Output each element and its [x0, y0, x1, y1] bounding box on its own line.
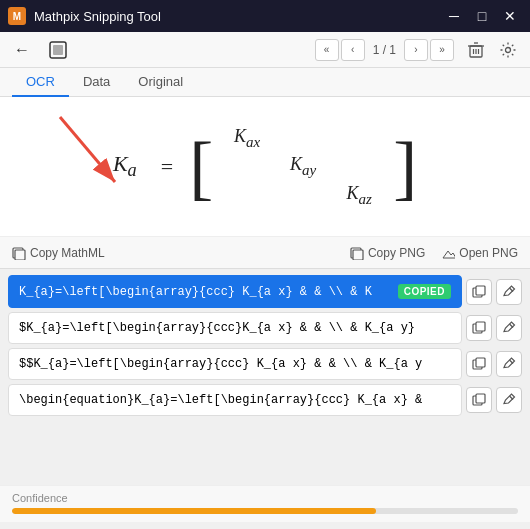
bracket-right: ]	[393, 131, 417, 203]
result-item-4[interactable]: \begin{equation}K_{a}=\left[\begin{array…	[8, 384, 462, 416]
result-row-1: K_{a}=\left[\begin{array}{ccc} K_{a x} &…	[8, 275, 522, 308]
svg-rect-25	[476, 394, 485, 403]
toolbar-right	[462, 36, 522, 64]
result-item-2[interactable]: $K_{a}=\left[\begin{array}{ccc}K_{a x} &…	[8, 312, 462, 344]
edit-icon-4	[502, 393, 516, 407]
cell-0-2	[341, 126, 377, 151]
result-row-3: $$K_{a}=\left[\begin{array}{ccc} K_{a x}…	[8, 348, 522, 380]
copy-icon-3	[472, 357, 486, 371]
confidence-bar-fill	[12, 508, 376, 514]
cell-1-1: Kay	[285, 154, 321, 179]
matrix-cells: Kax Kay Kaz	[217, 122, 389, 212]
ka-label: Ka	[113, 151, 137, 181]
result-item-1[interactable]: K_{a}=\left[\begin{array}{ccc} K_{a x} &…	[8, 275, 462, 308]
result-text-1: K_{a}=\left[\begin{array}{ccc} K_{a x} &…	[19, 285, 392, 299]
cell-2-0	[229, 183, 265, 208]
title-bar: M Mathpix Snipping Tool ─ □ ✕	[0, 0, 530, 32]
svg-rect-1	[53, 45, 63, 55]
settings-button[interactable]	[494, 36, 522, 64]
open-png-link[interactable]: Open PNG	[441, 246, 518, 260]
copy-icon-1	[472, 285, 486, 299]
maximize-button[interactable]: □	[470, 6, 494, 26]
result-text-4: \begin{equation}K_{a}=\left[\begin{array…	[19, 393, 451, 407]
action-right: Copy PNG Open PNG	[350, 246, 518, 260]
copy-mathml-link[interactable]: Copy MathML	[12, 246, 105, 260]
copy-icon-4	[472, 393, 486, 407]
edit-button-1[interactable]	[496, 279, 522, 305]
cell-2-1	[285, 183, 321, 208]
nav-first-button[interactable]: «	[315, 39, 339, 61]
results-list: K_{a}=\left[\begin{array}{ccc} K_{a x} &…	[0, 269, 530, 485]
edit-button-3[interactable]	[496, 351, 522, 377]
copy-button-1[interactable]	[466, 279, 492, 305]
copy-icon-2	[472, 321, 486, 335]
svg-rect-14	[353, 250, 363, 260]
svg-rect-19	[476, 322, 485, 331]
svg-line-23	[510, 360, 514, 364]
confidence-bar-bg	[12, 508, 518, 514]
copied-badge-1: COPIED	[398, 284, 451, 299]
copy-button-2[interactable]	[466, 315, 492, 341]
cell-1-2	[341, 154, 377, 179]
svg-line-10	[60, 117, 115, 182]
copy-button-3[interactable]	[466, 351, 492, 377]
svg-line-26	[510, 396, 514, 400]
svg-rect-12	[15, 250, 25, 260]
cell-2-2: Kaz	[341, 183, 377, 208]
window-controls: ─ □ ✕	[442, 6, 522, 26]
svg-line-17	[510, 288, 514, 292]
nav-group: « ‹ 1 / 1 › »	[315, 39, 454, 61]
svg-rect-16	[476, 286, 485, 295]
result-row-4: \begin{equation}K_{a}=\left[\begin{array…	[8, 384, 522, 416]
back-button[interactable]: ←	[8, 36, 36, 64]
result-text-3: $$K_{a}=\left[\begin{array}{ccc} K_{a x}…	[19, 357, 451, 371]
confidence-area: Confidence	[0, 485, 530, 522]
action-bar: Copy MathML Copy PNG Open PNG	[0, 237, 530, 269]
mathml-icon	[12, 246, 26, 260]
edit-button-4[interactable]	[496, 387, 522, 413]
equals-sign: =	[161, 154, 173, 180]
svg-point-8	[506, 47, 511, 52]
matrix-container: Ka = [ Kax Kay Kaz ]	[113, 122, 417, 212]
result-item-3[interactable]: $$K_{a}=\left[\begin{array}{ccc} K_{a x}…	[8, 348, 462, 380]
result-row-2: $K_{a}=\left[\begin{array}{ccc}K_{a x} &…	[8, 312, 522, 344]
nav-next-button[interactable]: ›	[404, 39, 428, 61]
main-content: Ka = [ Kax Kay Kaz ] Copy	[0, 97, 530, 522]
nav-prev-button[interactable]: ‹	[341, 39, 365, 61]
delete-button[interactable]	[462, 36, 490, 64]
app-title: Mathpix Snipping Tool	[34, 9, 434, 24]
copy-button-4[interactable]	[466, 387, 492, 413]
svg-line-20	[510, 324, 514, 328]
tabs: OCR Data Original	[0, 68, 530, 97]
result-text-2: $K_{a}=\left[\begin{array}{ccc}K_{a x} &…	[19, 321, 451, 335]
edit-icon-2	[502, 321, 516, 335]
open-png-icon	[441, 246, 455, 260]
bracket-left: [	[189, 131, 213, 203]
cell-0-0: Kax	[229, 126, 265, 151]
edit-icon-1	[502, 285, 516, 299]
math-preview: Ka = [ Kax Kay Kaz ]	[0, 97, 530, 237]
copy-png-icon	[350, 246, 364, 260]
toolbar: ← « ‹ 1 / 1 › »	[0, 32, 530, 68]
close-button[interactable]: ✕	[498, 6, 522, 26]
nav-last-button[interactable]: »	[430, 39, 454, 61]
minimize-button[interactable]: ─	[442, 6, 466, 26]
snip-button[interactable]	[44, 36, 72, 64]
tab-original[interactable]: Original	[124, 68, 197, 97]
copy-png-link[interactable]: Copy PNG	[350, 246, 425, 260]
tab-ocr[interactable]: OCR	[12, 68, 69, 97]
confidence-label: Confidence	[12, 492, 518, 504]
cell-1-0	[229, 154, 265, 179]
app-icon: M	[8, 7, 26, 25]
svg-rect-22	[476, 358, 485, 367]
edit-button-2[interactable]	[496, 315, 522, 341]
page-indicator: 1 / 1	[367, 43, 402, 57]
cell-0-1	[285, 126, 321, 151]
edit-icon-3	[502, 357, 516, 371]
tab-data[interactable]: Data	[69, 68, 124, 97]
